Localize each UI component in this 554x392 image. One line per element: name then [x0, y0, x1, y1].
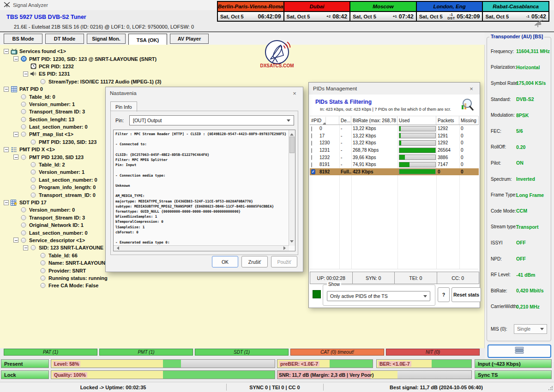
pid-row[interactable]: 17-13,22 Kbps12910: [310, 132, 479, 140]
column-header[interactable]: De...: [339, 116, 351, 125]
tab-signal-mon[interactable]: Signal Mon.: [87, 34, 126, 44]
tab-tsa-ok[interactable]: TSA (OK): [128, 34, 167, 46]
pid-cell: 17: [318, 133, 339, 138]
collapse-icon[interactable]: [13, 132, 18, 137]
tree-item[interactable]: Services found <1>: [2, 48, 162, 55]
reset-stats-button[interactable]: Reset stats: [452, 287, 481, 302]
pin-details-box[interactable]: Filter : MPC Stream Reader [HTTP] - CLSI…: [113, 130, 295, 251]
node-icon: [20, 101, 27, 107]
pids-window-title: PIDs Management: [313, 86, 357, 91]
scroll-right-icon[interactable]: [283, 246, 288, 250]
pid-row[interactable]: 1232-39,66 Kbps38860: [310, 154, 479, 161]
collapse-icon[interactable]: [4, 200, 9, 205]
transponder-row: Polarization:Horizontal: [487, 59, 551, 76]
collapse-icon[interactable]: [23, 245, 28, 250]
psi-bar: NIT (0): [386, 349, 480, 356]
transponder-value: 0,420 Mbit/s: [516, 288, 544, 293]
list-icon: [10, 146, 18, 153]
transponder-row: RollOff:0.20: [487, 139, 551, 155]
column-header[interactable]: Used: [397, 116, 436, 125]
tree-item-label: Transport_Stream ID: 3: [29, 215, 85, 220]
scroll-left-icon[interactable]: [115, 246, 119, 250]
tree-item[interactable]: PCR PID: 1232: [2, 63, 162, 70]
pid-cell: -: [339, 155, 351, 160]
pid-cell: 1230: [318, 140, 339, 145]
scroll-down-icon[interactable]: [290, 240, 294, 244]
transponder-label: Standard:: [491, 97, 511, 102]
pid-checkbox[interactable]: [311, 162, 312, 167]
tree-item-label: PMT_map_list <1>: [29, 131, 73, 137]
collapse-icon[interactable]: [13, 56, 18, 61]
magnifier-icon[interactable]: [459, 97, 474, 114]
pid-row[interactable]: ✓8192Full...423 Kbps00: [310, 168, 479, 176]
horizontal-scrollbar[interactable]: [114, 245, 289, 251]
close-icon[interactable]: [290, 89, 299, 97]
vertical-scrollbar[interactable]: [289, 130, 295, 246]
tab-dt-mode[interactable]: DT Mode: [45, 34, 84, 44]
pid-checkbox[interactable]: ✓: [311, 169, 315, 174]
transponder-row: Spectrum:Inverted: [487, 171, 551, 187]
transponder-label: Spectrum:: [491, 177, 512, 182]
pid-cell: 0: [318, 126, 339, 131]
bar-fill: [163, 371, 275, 379]
pid-cell: 0: [459, 162, 479, 167]
scroll-up-icon[interactable]: [290, 131, 294, 136]
pid-cell: 1292: [436, 140, 459, 145]
tree-item-label: PAT PID 0: [19, 86, 43, 92]
world-clock-panel: Berlin-Paris-Vienna-RomaDubaiMoscowLondo…: [217, 1, 549, 22]
tree-item-label: StreamType: ISO/IEC 11172 Audio (MPEG-1)…: [48, 79, 162, 84]
help-button[interactable]: ?: [438, 287, 450, 302]
pid-cell: -: [339, 126, 351, 131]
tree-item-label: Version_number: 0: [29, 207, 75, 213]
resize-grip[interactable]: [548, 386, 553, 391]
pid-checkbox[interactable]: [311, 126, 312, 131]
collapse-icon[interactable]: [4, 147, 9, 152]
pin-dropdown[interactable]: [OUT] Output: [129, 115, 294, 125]
pid-cell: 8192: [318, 169, 339, 174]
pid-row[interactable]: 8191-74,91 Kbps71470: [310, 161, 479, 168]
chevron-down-icon: [287, 119, 290, 124]
tab-bs-mode[interactable]: BS Mode: [4, 34, 42, 44]
pid-row[interactable]: 1230-13,22 Kbps12920: [310, 139, 479, 147]
tree-item[interactable]: Free CA Mode: False: [2, 282, 162, 289]
pid-row[interactable]: 0-13,22 Kbps12920: [310, 125, 479, 132]
pid-row[interactable]: 1231-268,78 Kbps265640: [310, 147, 479, 154]
collapse-icon[interactable]: [4, 49, 9, 54]
mis-dropdown[interactable]: Single: [514, 324, 547, 334]
pid-cell: -: [339, 133, 351, 138]
tree-item[interactable]: PMT PID: 1230, SID: 123 @ SNRT-LAAYOUNE …: [2, 55, 162, 62]
tree-item[interactable]: StreamType: ISO/IEC 11172 Audio (MPEG-1)…: [2, 78, 162, 85]
tree-item[interactable]: Running status: running: [2, 274, 162, 282]
transponder-value: 11604,311 MHz: [516, 48, 550, 54]
grid-icon: [10, 86, 18, 92]
show-dropdown[interactable]: Only active PIDS of the TS: [327, 291, 430, 301]
snr-bar: SNR: 11,7 dB (Margin: 2,3 dB | Very Poor…: [277, 370, 472, 379]
ok-button[interactable]: OK: [212, 256, 238, 267]
pid-checkbox[interactable]: [311, 148, 312, 153]
pid-checkbox[interactable]: [311, 133, 312, 138]
collapse-icon[interactable]: [23, 71, 28, 77]
column-header[interactable]: BitRate (max: 268,78 Kb...: [351, 116, 397, 125]
collapse-icon[interactable]: [13, 238, 18, 243]
present-indicator: Present: [1, 359, 49, 368]
tab-pin-info[interactable]: Pin Info: [110, 101, 137, 112]
chevron-down-icon: [540, 328, 544, 332]
node-icon: [20, 108, 27, 115]
column-header[interactable]: Missing: [459, 116, 479, 125]
collapse-icon[interactable]: [4, 87, 9, 92]
column-header[interactable]: Packets: [436, 116, 459, 125]
scrollbar-thumb[interactable]: [289, 137, 295, 153]
collapse-icon[interactable]: [13, 154, 18, 160]
stream-output-button[interactable]: [488, 344, 551, 358]
node-icon: [39, 267, 47, 274]
psi-bar: PAT (1): [4, 349, 97, 356]
pid-checkbox[interactable]: [311, 141, 312, 146]
pin-info-frame: Pin: [OUT] Output Filter : MPC Stream Re…: [110, 111, 298, 255]
tab-av-player[interactable]: AV Player: [170, 34, 209, 44]
cancel-button[interactable]: Zrušiť: [241, 256, 268, 267]
preber-label: preBER: <1.0E-7: [279, 361, 319, 367]
tree-item[interactable]: ES PID: 1231: [2, 70, 162, 77]
clock-cities: Berlin-Paris-Vienna-RomaDubaiMoscowLondo…: [218, 2, 548, 12]
close-icon[interactable]: [467, 84, 476, 93]
pid-checkbox[interactable]: [311, 155, 312, 160]
